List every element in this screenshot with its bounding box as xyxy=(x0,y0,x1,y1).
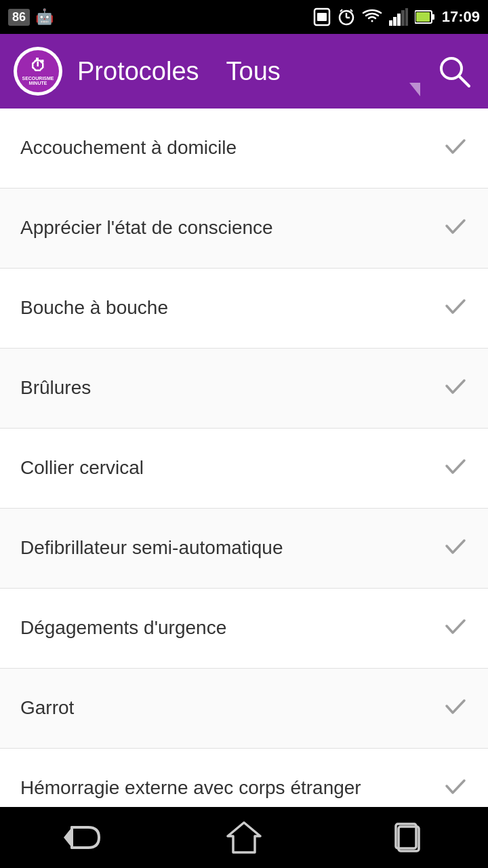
svg-rect-7 xyxy=(389,20,392,26)
svg-rect-8 xyxy=(393,17,396,26)
svg-rect-14 xyxy=(416,12,430,22)
list-item[interactable]: Bouche à bouche xyxy=(0,269,488,349)
list-item-label: Hémorragie externe avec corps étranger xyxy=(20,776,432,800)
wifi-icon xyxy=(362,9,382,25)
list-item[interactable]: Defibrillateur semi-automatique xyxy=(0,509,488,589)
svg-rect-1 xyxy=(317,13,327,21)
svg-line-5 xyxy=(340,9,342,12)
signal-icon xyxy=(389,8,408,26)
svg-marker-19 xyxy=(228,823,260,852)
list-item-label: Dégagements d'urgence xyxy=(20,616,432,640)
app-logo: ⏱ SECOURISMEMINUTE xyxy=(14,47,62,96)
list-item[interactable]: Garrot xyxy=(0,669,488,749)
status-bar: 86 🤖 xyxy=(0,0,488,34)
list-item[interactable]: Dégagements d'urgence xyxy=(0,589,488,669)
list-item-check-icon xyxy=(443,134,468,163)
list-item-label: Collier cervical xyxy=(20,456,432,480)
status-time: 17:09 xyxy=(442,8,480,26)
clock-icon: ⏱ xyxy=(30,56,46,76)
list-item-check-icon xyxy=(443,774,468,804)
dropdown-triangle-icon xyxy=(409,83,420,96)
search-icon xyxy=(436,54,472,89)
svg-rect-9 xyxy=(397,14,401,26)
list-item-label: Apprécier l'état de conscience xyxy=(20,216,432,240)
app-bar: ⏱ SECOURISMEMINUTE Protocoles Tous xyxy=(0,34,488,108)
alarm-icon xyxy=(338,7,355,26)
back-icon xyxy=(58,823,104,852)
status-badge: 86 xyxy=(8,9,30,26)
android-icon: 🤖 xyxy=(35,8,54,26)
svg-marker-18 xyxy=(64,827,72,848)
list-item-check-icon xyxy=(443,534,468,564)
status-right: 17:09 xyxy=(313,7,480,26)
app-logo-inner: ⏱ SECOURISMEMINUTE xyxy=(17,50,59,92)
search-button[interactable] xyxy=(434,51,474,92)
bottom-nav xyxy=(0,807,488,868)
list-item-check-icon xyxy=(443,694,468,724)
list-item-check-icon xyxy=(443,294,468,323)
filter-label[interactable]: Tous xyxy=(226,57,281,86)
list-item-label: Garrot xyxy=(20,696,432,720)
protocol-list: Accouchement à domicileApprécier l'état … xyxy=(0,108,488,807)
list-item-check-icon xyxy=(443,614,468,644)
list-item-label: Bouche à bouche xyxy=(20,296,432,320)
list-item[interactable]: Brûlures xyxy=(0,349,488,429)
app-title: Protocoles xyxy=(77,57,199,86)
list-item[interactable]: Apprécier l'état de conscience xyxy=(0,189,488,269)
logo-text: SECOURISMEMINUTE xyxy=(22,76,54,86)
svg-rect-11 xyxy=(405,8,408,26)
recents-icon xyxy=(389,820,424,855)
list-item[interactable]: Hémorragie externe avec corps étranger xyxy=(0,749,488,807)
svg-rect-10 xyxy=(401,10,405,26)
home-icon xyxy=(226,820,262,855)
list-item-label: Accouchement à domicile xyxy=(20,136,432,160)
list-item[interactable]: Accouchement à domicile xyxy=(0,108,488,189)
svg-rect-13 xyxy=(432,14,434,20)
list-item-check-icon xyxy=(443,374,468,403)
svg-line-6 xyxy=(350,9,352,12)
list-item-check-icon xyxy=(443,454,468,484)
sim-icon xyxy=(313,7,331,26)
svg-line-16 xyxy=(459,76,469,86)
home-button[interactable] xyxy=(210,817,278,858)
list-item-label: Defibrillateur semi-automatique xyxy=(20,536,432,560)
list-item-check-icon xyxy=(443,214,468,243)
battery-icon xyxy=(415,9,435,24)
list-item-label: Brûlures xyxy=(20,376,432,400)
recents-button[interactable] xyxy=(373,817,441,858)
list-item[interactable]: Collier cervical xyxy=(0,429,488,509)
status-left: 86 🤖 xyxy=(8,8,54,26)
back-button[interactable] xyxy=(47,817,115,858)
